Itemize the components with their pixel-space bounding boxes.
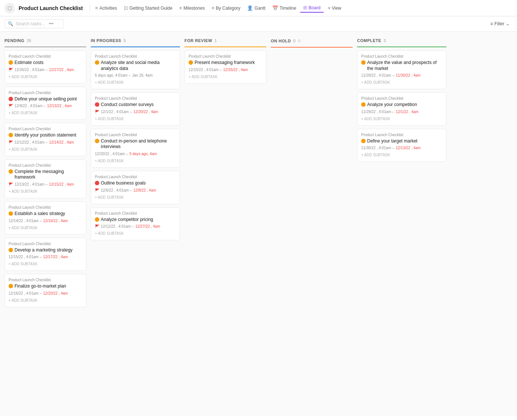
card-date-start: 12/16/22 , 4:01am – — [9, 291, 42, 295]
add-subtask-button[interactable]: + ADD SUBTASK — [95, 195, 176, 200]
nav-item-timeline[interactable]: 📅Timeline — [269, 4, 299, 12]
search-box[interactable]: 🔍 Search tasks... ••• — [4, 19, 64, 28]
card-date-end: 12/13/22 , 4am — [47, 104, 72, 108]
task-status-dot — [361, 139, 366, 143]
add-subtask-button[interactable]: + ADD SUBTASK — [9, 74, 82, 80]
card-title-text: Analyze site and social media analytics … — [101, 60, 176, 71]
nav-item-by-category[interactable]: ≡By Category — [209, 4, 244, 12]
nav-item-board[interactable]: ⊞Board — [300, 3, 324, 13]
card-date-end: 12/27/22 , 4am — [49, 68, 74, 72]
flag-icon: 🚩 — [95, 224, 99, 228]
card-title-row: Outline business goals — [95, 180, 176, 186]
card-project-label: Product Launch Checklist — [361, 133, 442, 137]
add-subtask-button[interactable]: + ADD SUBTASK — [95, 231, 176, 236]
add-subtask-button[interactable]: + ADD SUBTASK — [9, 147, 82, 152]
card-date-end: 12/20/22 , 4am — [43, 291, 68, 295]
task-card[interactable]: Product Launch ChecklistDefine your targ… — [357, 129, 446, 162]
card-dates: 12/16/22 , 4:01am – 12/20/22 , 4am — [9, 291, 82, 295]
card-date-end: 12/20/22 , 4am — [133, 110, 158, 114]
task-card[interactable]: Product Launch ChecklistIdentify your po… — [4, 123, 86, 156]
column-header-on-hold: ON HOLD0⊙ — [271, 36, 353, 48]
card-title-text: Identify your position statement — [15, 132, 76, 138]
card-title-text: Conduct in-person and telephone intervie… — [101, 138, 176, 150]
task-card[interactable]: Product Launch ChecklistConduct customer… — [91, 92, 180, 126]
add-subtask-button[interactable]: + ADD SUBTASK — [361, 116, 442, 122]
column-title-in-progress: IN PROGRESS — [91, 38, 121, 43]
card-date-end: 12/8/22 , 4am — [133, 188, 156, 192]
column-header-in-progress: IN PROGRESS5 — [91, 36, 180, 47]
flag-icon: 🚩 — [9, 104, 13, 108]
task-card[interactable]: Product Launch ChecklistOutline business… — [91, 171, 180, 204]
flag-icon: 🚩 — [95, 188, 99, 192]
card-project-label: Product Launch Checklist — [9, 205, 82, 209]
task-status-dot — [9, 133, 13, 137]
card-project-label: Product Launch Checklist — [95, 175, 176, 179]
task-card[interactable]: Product Launch ChecklistAnalyze site and… — [91, 50, 180, 89]
task-card[interactable]: Product Launch ChecklistDevelop a market… — [4, 238, 86, 271]
card-date-end: 5 days ago, 4am — [129, 152, 157, 156]
card-dates: 🚩12/26/22 , 4:01am – 12/27/22 , 4am — [9, 68, 82, 72]
add-subtask-button[interactable]: + ADD SUBTASK — [95, 80, 176, 85]
filter-chevron-icon: ⌄ — [506, 21, 510, 26]
filter-button[interactable]: ≡ Filter ⌄ — [487, 20, 513, 28]
add-subtask-button[interactable]: + ADD SUBTASK — [9, 225, 82, 231]
add-subtask-button[interactable]: + ADD SUBTASK — [361, 80, 442, 85]
task-card[interactable]: Product Launch ChecklistPresent messagin… — [184, 50, 266, 84]
task-card[interactable]: Product Launch ChecklistAnalyze the valu… — [357, 50, 446, 89]
add-subtask-button[interactable]: + ADD SUBTASK — [361, 152, 442, 158]
card-date-end: 12/26/22 , 4am — [223, 68, 248, 72]
search-options-button[interactable]: ••• — [49, 21, 54, 26]
task-card[interactable]: Product Launch ChecklistEstimate costs🚩1… — [4, 50, 86, 84]
add-subtask-button[interactable]: + ADD SUBTASK — [9, 298, 82, 303]
task-card[interactable]: Product Launch ChecklistComplete the mes… — [4, 159, 86, 198]
add-subtask-button[interactable]: + ADD SUBTASK — [9, 261, 82, 267]
filter-label: Filter — [494, 21, 504, 26]
flag-icon: 🚩 — [95, 110, 99, 114]
column-pending: PENDING26Product Launch ChecklistEstimat… — [4, 36, 86, 310]
nav-item-activities[interactable]: ≡Activities — [92, 4, 120, 12]
task-status-dot — [361, 102, 366, 107]
task-card[interactable]: Product Launch ChecklistAnalyze competit… — [91, 207, 180, 241]
card-title-row: Finalize go-to-market plan — [9, 283, 82, 289]
card-title-row: Analyze competitor pricing — [95, 217, 176, 223]
card-date-end: 11/30/22 , 4am — [396, 73, 421, 77]
card-dates: 11/29/22 , 4:01am – 12/1/22 , 4am — [361, 110, 442, 114]
card-project-label: Product Launch Checklist — [9, 127, 82, 131]
top-nav: ⬡ Product Launch Checklist ≡Activities⊡G… — [0, 0, 517, 16]
add-subtask-button[interactable]: + ADD SUBTASK — [189, 74, 262, 80]
add-subtask-button[interactable]: + ADD SUBTASK — [9, 189, 82, 194]
card-title-text: Finalize go-to-market plan — [15, 283, 66, 289]
column-title-pending: PENDING — [4, 38, 25, 43]
card-title-row: Identify your position statement — [9, 132, 82, 138]
card-dates: 12/15/22 , 4:01am – 12/26/22 , 4am — [189, 68, 262, 72]
card-project-label: Product Launch Checklist — [9, 54, 82, 58]
add-view-button[interactable]: + View — [325, 4, 344, 12]
task-card[interactable]: Product Launch ChecklistEstablish a sale… — [4, 201, 86, 235]
nav-item-milestones[interactable]: ≡Milestones — [176, 4, 208, 12]
card-dates: 12/20/22 , 4:01am – 5 days ago, 4am — [95, 152, 176, 156]
card-title-text: Outline business goals — [101, 180, 146, 186]
task-card[interactable]: Product Launch ChecklistAnalyze your com… — [357, 92, 446, 126]
nav-item-getting-started[interactable]: ⊡Getting Started Guide — [121, 4, 176, 12]
nav-item-gantt[interactable]: 👤Gantt — [244, 4, 268, 12]
card-project-label: Product Launch Checklist — [9, 163, 82, 167]
task-card[interactable]: Product Launch ChecklistConduct in-perso… — [91, 129, 180, 168]
task-card[interactable]: Product Launch ChecklistFinalize go-to-m… — [4, 274, 86, 307]
search-icon: 🔍 — [8, 21, 13, 26]
card-project-label: Product Launch Checklist — [189, 54, 262, 58]
add-subtask-button[interactable]: + ADD SUBTASK — [9, 110, 82, 116]
card-title-row: Estimate costs — [9, 60, 82, 66]
card-date-start: 12/1/22 , 4:01am – — [101, 110, 132, 114]
add-subtask-button[interactable]: + ADD SUBTASK — [95, 116, 176, 122]
task-card[interactable]: Product Launch ChecklistDefine your uniq… — [4, 87, 86, 120]
card-title-row: Analyze the value and prospects of the m… — [361, 60, 442, 71]
card-project-label: Product Launch Checklist — [95, 211, 176, 215]
card-date-start: 11/30/22 , 4:01am – — [361, 146, 394, 150]
card-title-row: Analyze site and social media analytics … — [95, 60, 176, 71]
card-title-text: Analyze your competition — [367, 102, 417, 108]
on-hold-info-icon[interactable]: ⊙ — [298, 38, 301, 43]
card-date-start: 12/6/22 , 4:01am – — [101, 188, 132, 192]
add-subtask-button[interactable]: + ADD SUBTASK — [95, 158, 176, 164]
card-date-end: 12/13/22 , 4am — [396, 146, 421, 150]
card-date-end: 12/15/22 , 4am — [49, 182, 74, 186]
